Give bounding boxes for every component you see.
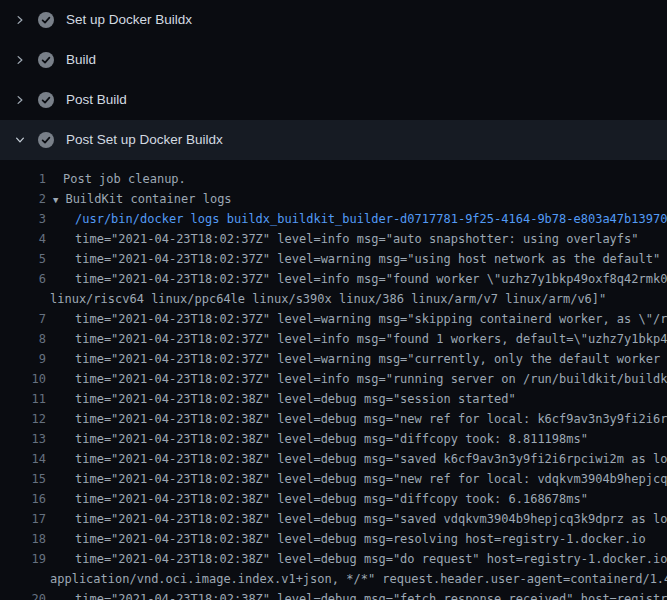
- line-number[interactable]: 16: [0, 489, 46, 509]
- line-number[interactable]: 18: [0, 529, 46, 549]
- log-text: time="2021-04-23T18:02:37Z" level=info m…: [46, 269, 667, 289]
- step-title: Post Build: [66, 92, 127, 108]
- log-text: time="2021-04-23T18:02:37Z" level=info m…: [46, 229, 639, 249]
- log-line: 19time="2021-04-23T18:02:38Z" level=debu…: [0, 549, 667, 569]
- log-line: 2▼BuildKit container logs: [0, 189, 667, 209]
- step-header-build[interactable]: Build: [0, 40, 667, 80]
- log-text: time="2021-04-23T18:02:38Z" level=debug …: [46, 489, 588, 509]
- log-text: time="2021-04-23T18:02:37Z" level=warnin…: [46, 249, 660, 269]
- log-line: 4time="2021-04-23T18:02:37Z" level=info …: [0, 229, 667, 249]
- log-text: Post job cleanup.: [46, 169, 186, 189]
- step-header-post-build[interactable]: Post Build: [0, 80, 667, 120]
- chevron-right-icon: [12, 92, 28, 108]
- log-line: 9time="2021-04-23T18:02:37Z" level=warni…: [0, 349, 667, 369]
- log-text: time="2021-04-23T18:02:38Z" level=debug …: [46, 409, 667, 429]
- step-header-post-setup-docker-buildx[interactable]: Post Set up Docker Buildx: [0, 120, 667, 160]
- chevron-down-icon: [12, 132, 28, 148]
- step-title: Build: [66, 52, 96, 68]
- log-line: 20time="2021-04-23T18:02:38Z" level=debu…: [0, 589, 667, 600]
- line-number[interactable]: 11: [0, 389, 46, 409]
- log-line: 17time="2021-04-23T18:02:38Z" level=debu…: [0, 509, 667, 529]
- log-text: time="2021-04-23T18:02:38Z" level=debug …: [46, 529, 646, 549]
- line-number[interactable]: 1: [0, 169, 46, 189]
- step-title: Post Set up Docker Buildx: [66, 132, 223, 148]
- log-text: time="2021-04-23T18:02:38Z" level=debug …: [46, 509, 667, 529]
- line-number[interactable]: 14: [0, 449, 46, 469]
- chevron-right-icon: [12, 52, 28, 68]
- line-number[interactable]: 6: [0, 269, 46, 289]
- success-check-icon: [38, 92, 54, 108]
- log-text: application/vnd.oci.image.index.v1+json,…: [46, 569, 667, 589]
- log-line: 10time="2021-04-23T18:02:37Z" level=info…: [0, 369, 667, 389]
- log-line: linux/riscv64 linux/ppc64le linux/s390x …: [0, 289, 667, 309]
- line-number[interactable]: 2: [0, 189, 46, 209]
- log-text: time="2021-04-23T18:02:38Z" level=debug …: [46, 429, 588, 449]
- log-line: 7time="2021-04-23T18:02:37Z" level=warni…: [0, 309, 667, 329]
- success-check-icon: [38, 12, 54, 28]
- line-number[interactable]: 5: [0, 249, 46, 269]
- log-line: application/vnd.oci.image.index.v1+json,…: [0, 569, 667, 589]
- line-number[interactable]: 20: [0, 589, 46, 600]
- step-header-setup-docker-buildx[interactable]: Set up Docker Buildx: [0, 0, 667, 40]
- line-number[interactable]: 10: [0, 369, 46, 389]
- step-title: Set up Docker Buildx: [66, 12, 192, 28]
- log-line: 15time="2021-04-23T18:02:38Z" level=debu…: [0, 469, 667, 489]
- line-number[interactable]: 4: [0, 229, 46, 249]
- line-number[interactable]: 8: [0, 329, 46, 349]
- workflow-log-panel: Set up Docker Buildx Build Post Build Po…: [0, 0, 667, 600]
- log-text: time="2021-04-23T18:02:37Z" level=warnin…: [46, 309, 667, 329]
- log-line: 13time="2021-04-23T18:02:38Z" level=debu…: [0, 429, 667, 449]
- log-line: 3/usr/bin/docker logs buildx_buildkit_bu…: [0, 209, 667, 229]
- line-number[interactable]: 13: [0, 429, 46, 449]
- log-text: time="2021-04-23T18:02:37Z" level=info m…: [46, 369, 667, 389]
- log-line: 18time="2021-04-23T18:02:38Z" level=debu…: [0, 529, 667, 549]
- log-text: time="2021-04-23T18:02:38Z" level=debug …: [46, 469, 667, 489]
- success-check-icon: [38, 52, 54, 68]
- log-line: 16time="2021-04-23T18:02:38Z" level=debu…: [0, 489, 667, 509]
- line-number[interactable]: 19: [0, 549, 46, 569]
- log-text: time="2021-04-23T18:02:38Z" level=debug …: [46, 549, 667, 569]
- log-text: linux/riscv64 linux/ppc64le linux/s390x …: [46, 289, 606, 309]
- chevron-right-icon: [12, 12, 28, 28]
- log-text: time="2021-04-23T18:02:37Z" level=info m…: [46, 329, 667, 349]
- log-lines: 1Post job cleanup.2▼BuildKit container l…: [0, 160, 667, 600]
- success-check-icon: [38, 132, 54, 148]
- line-number[interactable]: 9: [0, 349, 46, 369]
- log-line: 11time="2021-04-23T18:02:38Z" level=debu…: [0, 389, 667, 409]
- log-line: 5time="2021-04-23T18:02:37Z" level=warni…: [0, 249, 667, 269]
- log-text: time="2021-04-23T18:02:38Z" level=debug …: [46, 389, 516, 409]
- line-number[interactable]: 3: [0, 209, 46, 229]
- line-number[interactable]: 7: [0, 309, 46, 329]
- log-text: BuildKit container logs: [58, 189, 231, 209]
- log-command-text: /usr/bin/docker logs buildx_buildkit_bui…: [46, 209, 667, 229]
- line-number[interactable]: 17: [0, 509, 46, 529]
- line-number[interactable]: 15: [0, 469, 46, 489]
- group-collapse-triangle-icon[interactable]: ▼: [46, 190, 58, 209]
- log-text: time="2021-04-23T18:02:38Z" level=debug …: [46, 589, 667, 600]
- log-line: 12time="2021-04-23T18:02:38Z" level=debu…: [0, 409, 667, 429]
- log-text: time="2021-04-23T18:02:37Z" level=warnin…: [46, 349, 667, 369]
- log-text: time="2021-04-23T18:02:38Z" level=debug …: [46, 449, 667, 469]
- log-line: 6time="2021-04-23T18:02:37Z" level=info …: [0, 269, 667, 289]
- line-number[interactable]: 12: [0, 409, 46, 429]
- log-line: 14time="2021-04-23T18:02:38Z" level=debu…: [0, 449, 667, 469]
- log-line: 1Post job cleanup.: [0, 169, 667, 189]
- log-line: 8time="2021-04-23T18:02:37Z" level=info …: [0, 329, 667, 349]
